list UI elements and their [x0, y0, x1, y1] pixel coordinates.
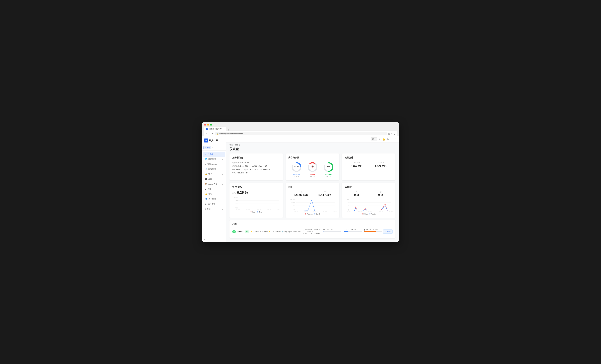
new-tab-button[interactable]: + — [227, 129, 230, 131]
menu-button[interactable]: ⋮ — [393, 133, 395, 135]
storage-label: Storage — [325, 173, 332, 175]
sidebar-item-prefs[interactable]: ⚙ 偏好设置 — [203, 202, 225, 207]
cpu-metric-value: 0.25 % — [237, 191, 248, 194]
svg-text:50.00: 50.00 — [235, 203, 238, 204]
bookmark-button[interactable]: ☆ — [391, 133, 393, 135]
breadcrumb-current: 仪表盘 — [235, 144, 240, 146]
users-icon: 👤 — [205, 198, 207, 200]
main-content: 简 ▾ ☀ 🔔 ↻ ⌂ ↺ 首页 / 仪表盘 仪表盘 — [226, 136, 399, 242]
server-info-title: 服务器信息 — [232, 156, 280, 159]
env-title: 环境 — [232, 223, 393, 225]
traffic-card: 流量统计 下载流量 3.64 MB 上传流量 4.59 MB — [342, 153, 395, 181]
theme-toggle-button[interactable]: ☀ — [379, 138, 381, 141]
svg-text:164: 164 — [347, 202, 349, 203]
sidebar-label-cert: 证书 — [208, 173, 212, 176]
network-card-title: 网络 — [288, 186, 336, 188]
url-input[interactable]: 🔒 demo.nginxui.com/#/dashboard — [215, 132, 387, 135]
sidebar-item-dashboard[interactable]: ⊞ 仪表盘 — [203, 152, 225, 157]
download-traffic: 下载流量 3.64 MB — [351, 161, 362, 168]
sidebar-item-env[interactable]: ≣ 环境 — [203, 187, 225, 192]
sidebar-item-website[interactable]: 🌐 网站管理 ∨ — [203, 157, 225, 162]
address-bar: ‹ › ↻ 🔒 demo.nginxui.com/#/dashboard ⊞ ☆… — [204, 131, 397, 136]
node-load: 1min: 0.08 · 5min:0.07 · 15min:0.24 — [305, 229, 321, 232]
maximize-button[interactable] — [210, 124, 212, 126]
disk-io-card: 磁盘 IO 写 0 /s 读 0 /s — [342, 183, 395, 218]
tab-bar: N 仪表盘 | Nginx UI ✕ + — [204, 127, 397, 131]
svg-text:23:29:40: 23:29:40 — [257, 209, 261, 210]
breadcrumb-home[interactable]: 首页 — [230, 144, 233, 146]
forward-button[interactable]: › — [209, 132, 210, 135]
sidebar-item-stream[interactable]: ≡ 管理 Stream — [203, 162, 225, 167]
total-legend-dot — [257, 211, 259, 212]
sidebar-label-notify: 通知 — [208, 193, 212, 196]
traffic-title: 流量统计 — [345, 156, 393, 159]
sidebar-item-users[interactable]: 👤 用户管理 — [203, 197, 225, 202]
sidebar-item-config[interactable]: 📄 配置管理 — [203, 167, 225, 172]
network-ul-label: 上传 — [318, 191, 331, 193]
network-chart-area: 1.34 MB/s 1.00 MB/s 684K 342K 0 23:29:00… — [288, 198, 336, 212]
sidebar-item-nginx-log[interactable]: 📋 Nginx 日志 ∨ — [203, 182, 225, 187]
svg-text:109: 109 — [347, 205, 349, 206]
collapse-button[interactable]: ‹ — [204, 238, 205, 240]
app-container: N Nginx UI 目 本地 ↻ ⊞ 仪表盘 — [202, 136, 399, 242]
sidebar-item-terminal[interactable]: ⬛ 终端 — [203, 177, 225, 182]
cpu-info-value: Neoverse-N1 * 4 — [237, 172, 250, 174]
extensions-button[interactable]: ⊞ — [388, 133, 390, 135]
upload-arrow-icon: ↑ — [303, 233, 304, 234]
lang-selector[interactable]: 简 ▾ — [371, 137, 377, 141]
notification-bell-button[interactable]: 🔔 — [382, 138, 385, 141]
cpu-chart-legend: User Total — [232, 211, 280, 213]
browser-actions: ⊞ ☆ ⋮ — [388, 133, 395, 135]
send-legend-dot — [314, 213, 315, 214]
tab-close-icon[interactable]: ✕ — [223, 128, 224, 130]
back-button[interactable]: ‹ — [206, 132, 207, 135]
settings-button[interactable]: ↺ — [394, 138, 395, 141]
website-icon: 🌐 — [205, 158, 207, 160]
svg-text:81 MB: 81 MB — [311, 166, 314, 167]
storage-stat-bar — [364, 231, 382, 232]
legend-receive: Receive — [305, 213, 313, 215]
svg-text:23:30:20: 23:30:20 — [277, 209, 280, 210]
svg-text:64 GB: 64 GB — [327, 166, 331, 167]
load-label: 系统负载: — [232, 165, 240, 167]
refresh-data-button[interactable]: ↻ — [387, 138, 389, 141]
io-read-value: 0 /s — [378, 193, 383, 197]
dashboard-icon: ⊞ — [205, 153, 207, 155]
swap-gauge: 81 MB Swap 1.0 GB — [307, 161, 318, 178]
cpu-metric-header: CPU 0.25 % — [232, 191, 280, 194]
sidebar-item-notify[interactable]: 🔔 通知 — [203, 192, 225, 197]
sidebar-label-nginx-log: Nginx 日志 — [208, 183, 217, 186]
refresh-icon[interactable]: ↻ — [212, 147, 213, 149]
node-timestamp: 2024-01-15 23:30:35 — [253, 231, 268, 233]
swap-label: Swap — [310, 173, 315, 175]
sidebar-item-cert[interactable]: 🔒 证书 ∨ — [203, 172, 225, 177]
server-select-button[interactable]: 目 本地 — [203, 146, 211, 149]
active-tab[interactable]: N 仪表盘 | Nginx UI ✕ — [204, 127, 226, 131]
browser-chrome: N 仪表盘 | Nginx UI ✕ + ‹ › ↻ 🔒 demo.nginxu… — [202, 122, 399, 136]
minimize-button[interactable] — [207, 124, 209, 126]
home-button[interactable]: ⌂ — [391, 138, 392, 141]
sidebar-label-config: 配置管理 — [208, 168, 216, 171]
cpu-chart-svg: 100.00 75.00 50.00 25.00 0.00 23:29:00 2… — [232, 196, 280, 211]
svg-text:23:30:20: 23:30:20 — [389, 211, 393, 212]
memory-label: Memory — [293, 173, 300, 175]
node-link-button[interactable]: ▷ 链接 — [383, 230, 393, 234]
svg-text:55: 55 — [348, 208, 349, 210]
close-button[interactable] — [204, 124, 206, 126]
os-value: debian 12.4 (linux 5.10.0-15-arm64 aarch… — [236, 168, 270, 171]
svg-text:23:29:20: 23:29:20 — [246, 209, 250, 210]
tab-title: 仪表盘 | Nginx UI — [209, 128, 222, 130]
svg-text:23:30:20: 23:30:20 — [333, 211, 337, 212]
writes-legend-dot — [361, 213, 363, 214]
svg-text:75.00: 75.00 — [235, 200, 238, 201]
reload-button[interactable]: ↻ — [211, 132, 214, 135]
sidebar-item-system[interactable]: ℹ 系统 ∨ — [203, 207, 225, 212]
svg-text:6.7 GB: 6.7 GB — [294, 166, 299, 167]
env-icon: ≣ — [205, 188, 207, 190]
url-text: demo.nginxui.com/#/dashboard — [219, 133, 243, 135]
load-arrow-icon: ↗ — [303, 230, 304, 232]
memory-stat-fill — [344, 231, 348, 232]
receive-legend-dot — [305, 213, 306, 214]
node-meta: ⚡ 2024-01-15 23:30:35 ⚡ 2.0.0-beta.10 🔗 … — [250, 231, 302, 233]
header-actions: 简 ▾ ☀ 🔔 ↻ ⌂ ↺ — [371, 137, 395, 141]
